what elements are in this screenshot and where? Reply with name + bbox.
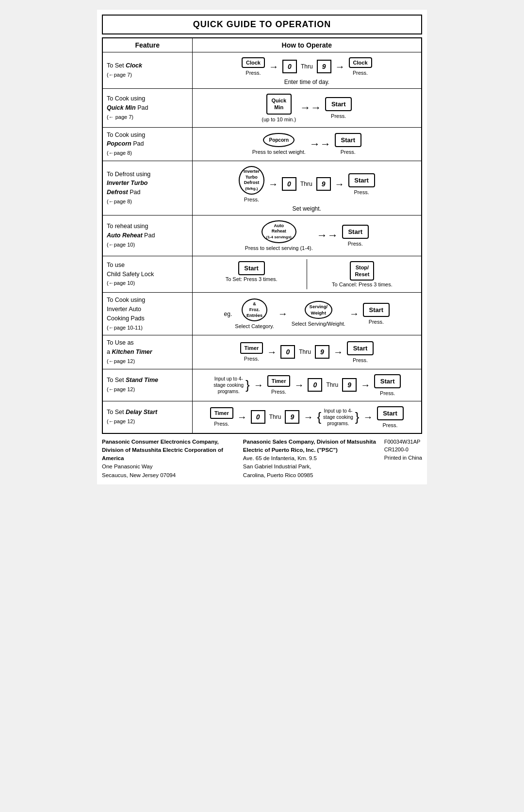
feature-text: To Cook using Quick Min Pad (← page 7): [107, 94, 188, 121]
start-button-3[interactable]: Start: [348, 173, 375, 187]
op-col-num0d: 0: [308, 378, 322, 392]
press-label-2: Press.: [380, 390, 395, 396]
thru-text-5: Thru: [269, 414, 281, 420]
start-button[interactable]: Start: [325, 97, 352, 111]
left-company: Panasonic Consumer Electronics Company, …: [102, 438, 238, 463]
press-label: Press.: [244, 356, 259, 362]
operate-cell: Clock Press. → 0 Thru 9 → Cloc: [192, 52, 422, 89]
right-address3: Carolina, Puerto Rico 00985: [243, 471, 379, 480]
feature-cell: To Set Delay Start (←page 12): [102, 401, 192, 433]
feature-cell: To Defrost using Inverter TurboDefrost P…: [102, 161, 192, 215]
footer-codes: F00034W31AP CR1200-0 Printed in China: [384, 438, 422, 480]
feature-bold: Stand Time: [126, 377, 158, 383]
main-title: QUICK GUIDE TO OPERATION: [102, 15, 422, 34]
press-label: Press.: [354, 189, 369, 195]
feature-bold: Auto Reheat: [107, 232, 143, 239]
footer-left: Panasonic Consumer Electronics Company, …: [102, 438, 238, 480]
serving-weight-button[interactable]: Serving/Weight: [305, 301, 333, 319]
timer-button-3[interactable]: Timer: [210, 407, 233, 419]
op-col-start: Start Press.: [325, 97, 352, 119]
page-ref: (←page 12): [107, 418, 135, 424]
page: QUICK GUIDE TO OPERATION Feature How to …: [97, 10, 427, 484]
popcorn-button[interactable]: Popcorn: [263, 133, 295, 147]
op-col-num0c: 0: [280, 345, 295, 359]
froz-entrees-button[interactable]: &Froz.Entrées: [242, 298, 267, 321]
arrow-6: →: [335, 179, 344, 190]
op-row: Popcorn Press to select weight. →→ Start…: [196, 131, 418, 157]
feature-text: To Set Clock (←page 7): [107, 61, 188, 80]
press-label: Press.: [369, 319, 384, 325]
child-lock-container: Start To Set: Press 3 times. Stop/Reset …: [196, 259, 418, 290]
page-ref: (←page 12): [107, 358, 135, 364]
feature-cell: To reheat using Auto Reheat Pad (←page 1…: [102, 215, 192, 256]
op-col-start5: Start Press.: [363, 303, 390, 325]
code2: CR1200-0: [384, 446, 422, 454]
table-row: To Cook using Popcorn Pad (←page 8) Popc…: [102, 127, 422, 161]
quick-min-button[interactable]: QuickMin: [266, 94, 292, 115]
op-col-timer2: Timer Press.: [267, 375, 291, 395]
child-lock-cancel: Stop/Reset To Cancel: Press 3 times.: [307, 259, 417, 290]
table-row: To reheat using Auto Reheat Pad (←page 1…: [102, 215, 422, 256]
arrow-13: →: [294, 380, 304, 391]
op-col-num9d: 9: [342, 378, 357, 392]
feature-text: To Set Stand Time (←page 12): [107, 376, 188, 394]
header-feature: Feature: [102, 38, 192, 52]
num-9-box: 9: [317, 60, 331, 73]
press-label: Press.: [341, 149, 356, 155]
op-col-reheat: AutoReheat(1-4 servings) Press to select…: [245, 220, 313, 251]
brace-group-delay: { Input up to 4-stage cookingprograms. }: [317, 407, 359, 428]
clock-button-1[interactable]: Clock: [242, 57, 265, 68]
page-ref: (←page 12): [107, 386, 135, 392]
press-label: Press.: [348, 241, 363, 247]
start-button-8[interactable]: Start: [377, 406, 404, 420]
enter-time-label: Enter time of day.: [196, 79, 418, 85]
num-0-box-5: 0: [251, 410, 265, 424]
num-9-box-2: 9: [316, 177, 331, 191]
op-row: QuickMin (up to 10 min.) →→ Start Press.: [196, 92, 418, 124]
code1: F00034W31AP: [384, 438, 422, 446]
to-set-label: To Set: Press 3 times.: [226, 276, 278, 282]
clock-button-2[interactable]: Clock: [349, 57, 372, 68]
op-col-start2: Start Press.: [335, 133, 361, 155]
feature-text: To reheat using Auto Reheat Pad (←page 1…: [107, 222, 188, 249]
eg-label: eg.: [224, 311, 232, 317]
num-0-box-2: 0: [282, 177, 296, 191]
feature-cell: To Cook using Popcorn Pad (←page 8): [102, 127, 192, 161]
arrow-14: →: [360, 380, 370, 391]
set-weight-label: Set weight.: [196, 205, 418, 212]
arrow-12: →: [254, 380, 263, 391]
arrow-9: →: [349, 308, 359, 319]
op-col-start4: Start Press.: [342, 225, 369, 247]
right-company: Panasonic Sales Company, Division of Mat…: [243, 438, 379, 455]
timer-button-2[interactable]: Timer: [267, 375, 291, 387]
start-button-2[interactable]: Start: [335, 133, 361, 147]
arrow-16: →: [303, 412, 313, 423]
press-label: Press.: [331, 113, 346, 119]
op-col-start7: Start Press.: [374, 374, 401, 396]
page-ref: (←page 10-11): [107, 325, 143, 331]
op-row: AutoReheat(1-4 servings) Press to select…: [196, 218, 418, 253]
start-button-6[interactable]: Start: [347, 341, 374, 355]
press-label: Press.: [214, 421, 229, 427]
left-address1: One Panasonic Way: [102, 463, 238, 471]
op-col-timer: Timer Press.: [240, 342, 263, 362]
stop-reset-button[interactable]: Stop/Reset: [350, 261, 374, 281]
op-row: Clock Press. → 0 Thru 9 → Cloc: [196, 55, 418, 78]
start-button-child[interactable]: Start: [238, 261, 265, 275]
page-ref: (←page 10): [107, 242, 135, 248]
inverter-turbo-button[interactable]: InverterTurboDefrost(lb/kg.): [239, 166, 264, 195]
op-col-start3: Start Press.: [348, 173, 375, 195]
auto-reheat-button[interactable]: AutoReheat(1-4 servings): [262, 220, 296, 243]
timer-button[interactable]: Timer: [240, 342, 263, 354]
start-button-4[interactable]: Start: [342, 225, 369, 239]
feature-cell: To Cook using Quick Min Pad (← page 7): [102, 89, 192, 128]
start-button-7[interactable]: Start: [374, 374, 401, 388]
right-address1: Ave. 65 de Infanteria, Km. 9.5: [243, 454, 379, 463]
op-col-num0e: 0: [251, 410, 265, 424]
start-button-5[interactable]: Start: [363, 303, 390, 317]
arrow-15: →: [237, 412, 247, 423]
header-operate: How to Operate: [192, 38, 422, 52]
op-col-num9e: 9: [285, 410, 299, 424]
thru-text-2: Thru: [300, 181, 312, 187]
press-label-1: Press.: [246, 70, 261, 76]
